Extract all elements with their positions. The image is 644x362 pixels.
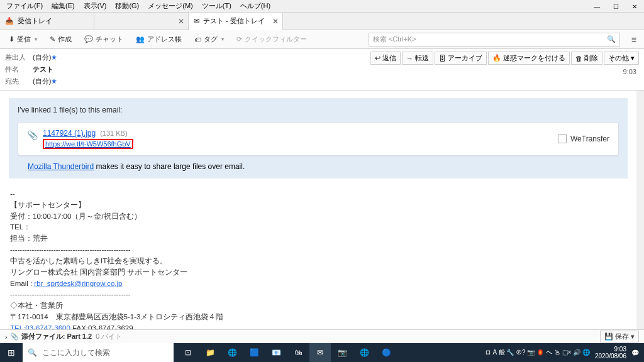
message-body: I've linked 1 file(s) to this email: 📎 1… — [0, 90, 644, 329]
appmenu-button[interactable]: ≡ — [628, 35, 640, 45]
archive-icon: 🗄 — [439, 55, 446, 62]
thunderbird-link[interactable]: Mozilla Thunderbird — [28, 162, 94, 171]
menu-file[interactable]: ファイル(F) — [3, 0, 47, 12]
trash-icon: 🗑 — [575, 55, 582, 62]
start-button[interactable]: ⊞ — [0, 348, 23, 358]
window-minimize[interactable]: — — [587, 0, 606, 13]
save-icon: 💾 — [604, 332, 613, 341]
file-name-link[interactable]: 1147924 (1).jpg — [43, 129, 96, 138]
menubar: ファイル(F) 編集(E) 表示(V) 移動(G) メッセージ(M) ツール(T… — [0, 0, 644, 13]
pencil-icon: ✎ — [50, 35, 55, 43]
email-link[interactable]: rbr_sprtdesk@ringrow.co.jp — [34, 280, 122, 287]
search-placeholder: ここに入力して検索 — [42, 348, 110, 358]
window-close[interactable]: ✕ — [625, 0, 644, 13]
tab-test-message[interactable]: ✉ テスト - 受信トレイ ✕ — [189, 13, 283, 30]
search-input[interactable]: 検索 <Ctrl+K> 🔍 — [369, 33, 620, 47]
menu-help[interactable]: ヘルプ(H) — [236, 0, 274, 12]
tel-link[interactable]: TEL:03-6747-3600 — [10, 324, 70, 329]
linked-title: I've linked 1 file(s) to this email: — [18, 106, 619, 114]
download-icon: ⬇ — [9, 35, 14, 43]
tray-icons[interactable]: ロ A 般 🔧 ℗? 📷 🏮 ヘ 🖯 ⬚× 🔊 🌐 — [485, 348, 590, 357]
tab-inbox[interactable]: 📥 受信トレイ — [0, 13, 94, 30]
attachment-size: 0 バイト — [96, 332, 122, 341]
app-icon[interactable]: 🌐 — [221, 343, 243, 362]
other-button[interactable]: その他▾ — [604, 52, 639, 65]
delete-button[interactable]: 🗑削除 — [571, 52, 602, 65]
forward-button[interactable]: →転送 — [402, 52, 433, 65]
close-icon[interactable]: ✕ — [272, 17, 279, 26]
expand-icon[interactable]: › — [5, 333, 8, 341]
app-icon[interactable]: 📧 — [265, 343, 287, 362]
provider-name: WeTransfer — [570, 134, 609, 143]
app-thunderbird[interactable]: ✉ — [309, 343, 331, 362]
app-icon[interactable]: 📷 — [331, 343, 353, 362]
message-header: 差出人(自分)★ 件名テスト 宛先(自分)★ ↩返信 →転送 🗄アーカイブ 🔥迷… — [0, 49, 644, 90]
file-url-highlight: https://we.tl/t-W5W56fhGbV — [43, 139, 133, 149]
menu-edit[interactable]: 編集(E) — [48, 0, 79, 12]
app-icon[interactable]: 🟦 — [243, 343, 265, 362]
junk-icon: 🔥 — [492, 54, 501, 62]
attachment-label: 添付ファイル: Part 1.2 — [21, 332, 92, 341]
reply-button[interactable]: ↩返信 — [370, 52, 401, 65]
menu-message[interactable]: メッセージ(M) — [144, 0, 197, 12]
search-placeholder: 検索 <Ctrl+K> — [373, 35, 416, 44]
forward-icon: → — [406, 55, 413, 62]
star-icon[interactable]: ★ — [51, 53, 57, 62]
menu-tools[interactable]: ツール(T) — [198, 0, 235, 12]
paperclip-icon: 📎 — [27, 130, 38, 140]
save-button[interactable]: 💾保存▾ — [600, 331, 639, 343]
from-label: 差出人 — [5, 53, 33, 62]
junk-button[interactable]: 🔥迷惑マークを付ける — [488, 52, 570, 65]
message-time: 9:03 — [623, 68, 636, 75]
compose-button[interactable]: ✎作成 — [45, 33, 77, 46]
addressbook-button[interactable]: 👥アドレス帳 — [131, 33, 187, 46]
search-icon: 🔍 — [607, 35, 616, 43]
promo-text: Mozilla Thunderbird makes it easy to sha… — [28, 162, 609, 171]
taskbar-search[interactable]: 🔍 ここに入力して検索 — [23, 343, 174, 362]
tab-label: テスト - 受信トレイ — [203, 16, 265, 26]
filter-icon: ⟳ — [236, 35, 242, 43]
signature: -- 【サポートセンター】 受付：10:00-17:00（月～金/祝日含む） T… — [10, 189, 626, 329]
taskview-icon[interactable]: ⊡ — [177, 343, 199, 362]
file-url-link[interactable]: https://we.tl/t-W5W56fhGbV — [45, 140, 131, 148]
tab-blank[interactable]: ✕ — [94, 13, 189, 30]
tab-label: 受信トレイ — [18, 16, 52, 26]
menu-go[interactable]: 移動(G) — [111, 0, 143, 12]
paperclip-icon: 📎 — [10, 332, 19, 341]
clock[interactable]: 9:03 2020/08/06 — [595, 346, 626, 359]
tabbar: 📥 受信トレイ ✕ ✉ テスト - 受信トレイ ✕ — [0, 13, 644, 30]
file-size: (131 KB) — [100, 129, 127, 137]
toolbar: ⬇受信 ✎作成 💬チャット 👥アドレス帳 🏷タグ ⟳クイックフィルター 検索 <… — [0, 30, 644, 49]
mail-icon: ✉ — [194, 17, 199, 25]
app-icon[interactable]: 🔵 — [375, 343, 397, 362]
chevron-down-icon: ▾ — [631, 332, 635, 341]
chat-button[interactable]: 💬チャット — [79, 33, 128, 46]
from-value: (自分) — [33, 53, 51, 62]
menu-view[interactable]: 表示(V) — [80, 0, 111, 12]
close-icon[interactable]: ✕ — [178, 17, 184, 26]
system-tray[interactable]: ロ A 般 🔧 ℗? 📷 🏮 ヘ 🖯 ⬚× 🔊 🌐 9:03 2020/08/0… — [480, 346, 644, 359]
addrbook-icon: 👥 — [136, 35, 145, 43]
app-chrome[interactable]: 🌐 — [353, 343, 375, 362]
app-icon[interactable]: 🛍 — [287, 343, 309, 362]
provider-icon — [558, 134, 567, 143]
message-actions: ↩返信 →転送 🗄アーカイブ 🔥迷惑マークを付ける 🗑削除 その他▾ — [370, 52, 639, 65]
window-maximize[interactable]: ☐ — [606, 0, 625, 13]
inbox-icon: 📥 — [5, 17, 14, 25]
search-icon: 🔍 — [28, 348, 37, 357]
file-card: 📎 1147924 (1).jpg (131 KB) https://we.tl… — [18, 122, 619, 156]
receive-button[interactable]: ⬇受信 — [4, 33, 42, 46]
windows-taskbar: ⊞ 🔍 ここに入力して検索 ⊡ 📁 🌐 🟦 📧 🛍 ✉ 📷 🌐 🔵 ロ A 般 … — [0, 343, 644, 362]
tag-button[interactable]: 🏷タグ — [189, 33, 229, 46]
chevron-down-icon: ▾ — [631, 54, 635, 62]
archive-button[interactable]: 🗄アーカイブ — [435, 52, 487, 65]
star-icon[interactable]: ★ — [51, 77, 57, 85]
subject-label: 件名 — [5, 65, 33, 74]
quickfilter-button[interactable]: ⟳クイックフィルター — [231, 33, 312, 46]
to-label: 宛先 — [5, 77, 33, 86]
notification-icon[interactable]: 💬 — [631, 349, 639, 356]
chat-icon: 💬 — [84, 35, 93, 43]
app-icon[interactable]: 📁 — [199, 343, 221, 362]
linked-files-box: I've linked 1 file(s) to this email: 📎 1… — [9, 98, 628, 178]
provider-badge: WeTransfer — [558, 134, 609, 143]
